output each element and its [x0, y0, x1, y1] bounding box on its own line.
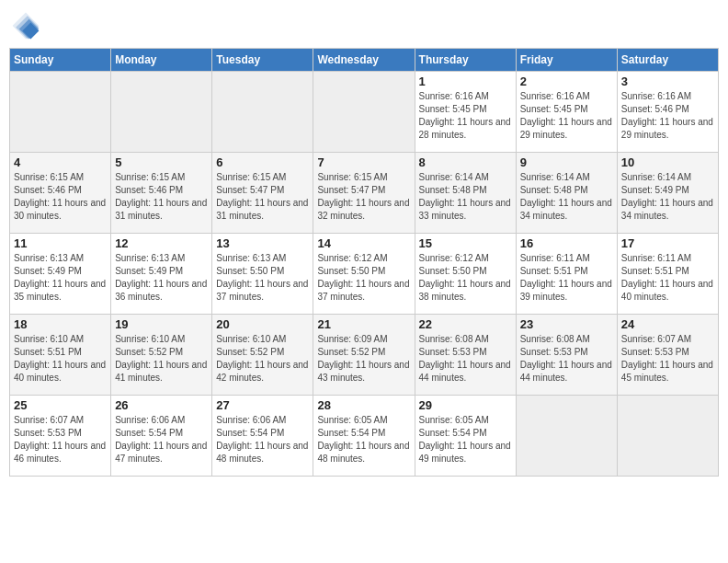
day-info: Sunrise: 6:16 AMSunset: 5:46 PMDaylight:… [621, 91, 713, 140]
day-cell: 10 Sunrise: 6:14 AMSunset: 5:49 PMDaylig… [617, 153, 718, 234]
weekday-header-sunday: Sunday [10, 49, 111, 72]
weekday-header-saturday: Saturday [617, 49, 718, 72]
day-cell: 21 Sunrise: 6:09 AMSunset: 5:52 PMDaylig… [313, 315, 415, 396]
day-number: 2 [520, 75, 613, 88]
week-row-3: 11 Sunrise: 6:13 AMSunset: 5:49 PMDaylig… [10, 234, 719, 315]
day-number: 6 [216, 155, 309, 169]
day-info: Sunrise: 6:13 AMSunset: 5:49 PMDaylight:… [115, 253, 207, 302]
day-info: Sunrise: 6:16 AMSunset: 5:45 PMDaylight:… [419, 91, 511, 140]
day-info: Sunrise: 6:06 AMSunset: 5:54 PMDaylight:… [216, 415, 308, 464]
day-cell [516, 396, 617, 477]
day-number: 17 [621, 236, 714, 250]
day-info: Sunrise: 6:13 AMSunset: 5:49 PMDaylight:… [14, 253, 106, 302]
calendar-table: SundayMondayTuesdayWednesdayThursdayFrid… [9, 48, 719, 477]
day-number: 15 [419, 236, 512, 250]
day-cell: 27 Sunrise: 6:06 AMSunset: 5:54 PMDaylig… [212, 396, 313, 477]
day-info: Sunrise: 6:11 AMSunset: 5:51 PMDaylight:… [520, 253, 612, 302]
week-row-1: 1 Sunrise: 6:16 AMSunset: 5:45 PMDayligh… [10, 72, 719, 153]
day-info: Sunrise: 6:07 AMSunset: 5:53 PMDaylight:… [621, 334, 713, 383]
day-info: Sunrise: 6:15 AMSunset: 5:46 PMDaylight:… [115, 172, 207, 221]
day-info: Sunrise: 6:12 AMSunset: 5:50 PMDaylight:… [419, 253, 511, 302]
day-number: 25 [14, 398, 107, 412]
day-cell [617, 396, 718, 477]
day-info: Sunrise: 6:10 AMSunset: 5:51 PMDaylight:… [14, 334, 106, 383]
weekday-header-tuesday: Tuesday [212, 49, 313, 72]
day-info: Sunrise: 6:08 AMSunset: 5:53 PMDaylight:… [419, 334, 511, 383]
day-number: 26 [115, 398, 208, 412]
day-info: Sunrise: 6:10 AMSunset: 5:52 PMDaylight:… [216, 334, 308, 383]
day-info: Sunrise: 6:05 AMSunset: 5:54 PMDaylight:… [317, 415, 409, 464]
day-number: 12 [115, 236, 208, 250]
day-info: Sunrise: 6:09 AMSunset: 5:52 PMDaylight:… [317, 334, 409, 383]
day-cell: 12 Sunrise: 6:13 AMSunset: 5:49 PMDaylig… [111, 234, 212, 315]
day-cell: 16 Sunrise: 6:11 AMSunset: 5:51 PMDaylig… [516, 234, 617, 315]
day-cell: 15 Sunrise: 6:12 AMSunset: 5:50 PMDaylig… [415, 234, 516, 315]
day-cell: 8 Sunrise: 6:14 AMSunset: 5:48 PMDayligh… [415, 153, 516, 234]
day-number: 14 [317, 236, 410, 250]
day-number: 19 [115, 317, 208, 331]
logo-icon [9, 9, 42, 42]
day-cell: 22 Sunrise: 6:08 AMSunset: 5:53 PMDaylig… [415, 315, 516, 396]
day-cell [111, 72, 212, 153]
day-info: Sunrise: 6:10 AMSunset: 5:52 PMDaylight:… [115, 334, 207, 383]
day-cell: 9 Sunrise: 6:14 AMSunset: 5:48 PMDayligh… [516, 153, 617, 234]
day-cell: 2 Sunrise: 6:16 AMSunset: 5:45 PMDayligh… [516, 72, 617, 153]
day-info: Sunrise: 6:08 AMSunset: 5:53 PMDaylight:… [520, 334, 612, 383]
week-row-5: 25 Sunrise: 6:07 AMSunset: 5:53 PMDaylig… [10, 396, 719, 477]
day-cell: 1 Sunrise: 6:16 AMSunset: 5:45 PMDayligh… [415, 72, 516, 153]
day-number: 27 [216, 398, 309, 412]
day-number: 1 [419, 75, 512, 88]
day-cell: 3 Sunrise: 6:16 AMSunset: 5:46 PMDayligh… [617, 72, 718, 153]
day-info: Sunrise: 6:15 AMSunset: 5:46 PMDaylight:… [14, 172, 106, 221]
day-cell [313, 72, 415, 153]
day-cell: 6 Sunrise: 6:15 AMSunset: 5:47 PMDayligh… [212, 153, 313, 234]
day-info: Sunrise: 6:07 AMSunset: 5:53 PMDaylight:… [14, 415, 106, 464]
day-cell: 19 Sunrise: 6:10 AMSunset: 5:52 PMDaylig… [111, 315, 212, 396]
day-cell: 13 Sunrise: 6:13 AMSunset: 5:50 PMDaylig… [212, 234, 313, 315]
day-number: 9 [520, 155, 613, 169]
day-number: 4 [14, 155, 107, 169]
day-cell: 29 Sunrise: 6:05 AMSunset: 5:54 PMDaylig… [415, 396, 516, 477]
day-info: Sunrise: 6:14 AMSunset: 5:48 PMDaylight:… [520, 172, 612, 221]
weekday-header-monday: Monday [111, 49, 212, 72]
day-number: 20 [216, 317, 309, 331]
day-number: 24 [621, 317, 714, 331]
day-number: 21 [317, 317, 410, 331]
week-row-4: 18 Sunrise: 6:10 AMSunset: 5:51 PMDaylig… [10, 315, 719, 396]
day-number: 13 [216, 236, 309, 250]
weekday-header-friday: Friday [516, 49, 617, 72]
day-cell: 20 Sunrise: 6:10 AMSunset: 5:52 PMDaylig… [212, 315, 313, 396]
day-info: Sunrise: 6:15 AMSunset: 5:47 PMDaylight:… [317, 172, 409, 221]
day-number: 5 [115, 155, 208, 169]
day-cell: 14 Sunrise: 6:12 AMSunset: 5:50 PMDaylig… [313, 234, 415, 315]
day-number: 18 [14, 317, 107, 331]
logo [9, 9, 46, 42]
day-number: 23 [520, 317, 613, 331]
day-info: Sunrise: 6:14 AMSunset: 5:49 PMDaylight:… [621, 172, 713, 221]
day-number: 29 [419, 398, 512, 412]
day-cell: 26 Sunrise: 6:06 AMSunset: 5:54 PMDaylig… [111, 396, 212, 477]
day-cell: 28 Sunrise: 6:05 AMSunset: 5:54 PMDaylig… [313, 396, 415, 477]
week-row-2: 4 Sunrise: 6:15 AMSunset: 5:46 PMDayligh… [10, 153, 719, 234]
day-cell: 7 Sunrise: 6:15 AMSunset: 5:47 PMDayligh… [313, 153, 415, 234]
day-number: 7 [317, 155, 410, 169]
day-number: 10 [621, 155, 714, 169]
day-cell: 18 Sunrise: 6:10 AMSunset: 5:51 PMDaylig… [10, 315, 111, 396]
day-number: 11 [14, 236, 107, 250]
day-cell: 25 Sunrise: 6:07 AMSunset: 5:53 PMDaylig… [10, 396, 111, 477]
day-number: 22 [419, 317, 512, 331]
day-number: 16 [520, 236, 613, 250]
day-info: Sunrise: 6:05 AMSunset: 5:54 PMDaylight:… [419, 415, 511, 464]
weekday-header-row: SundayMondayTuesdayWednesdayThursdayFrid… [10, 49, 719, 72]
day-info: Sunrise: 6:06 AMSunset: 5:54 PMDaylight:… [115, 415, 207, 464]
day-cell: 23 Sunrise: 6:08 AMSunset: 5:53 PMDaylig… [516, 315, 617, 396]
page-header [9, 9, 719, 42]
day-info: Sunrise: 6:11 AMSunset: 5:51 PMDaylight:… [621, 253, 713, 302]
weekday-header-wednesday: Wednesday [313, 49, 415, 72]
day-cell: 17 Sunrise: 6:11 AMSunset: 5:51 PMDaylig… [617, 234, 718, 315]
day-number: 28 [317, 398, 410, 412]
day-info: Sunrise: 6:12 AMSunset: 5:50 PMDaylight:… [317, 253, 409, 302]
day-cell: 4 Sunrise: 6:15 AMSunset: 5:46 PMDayligh… [10, 153, 111, 234]
day-cell: 11 Sunrise: 6:13 AMSunset: 5:49 PMDaylig… [10, 234, 111, 315]
day-info: Sunrise: 6:14 AMSunset: 5:48 PMDaylight:… [419, 172, 511, 221]
